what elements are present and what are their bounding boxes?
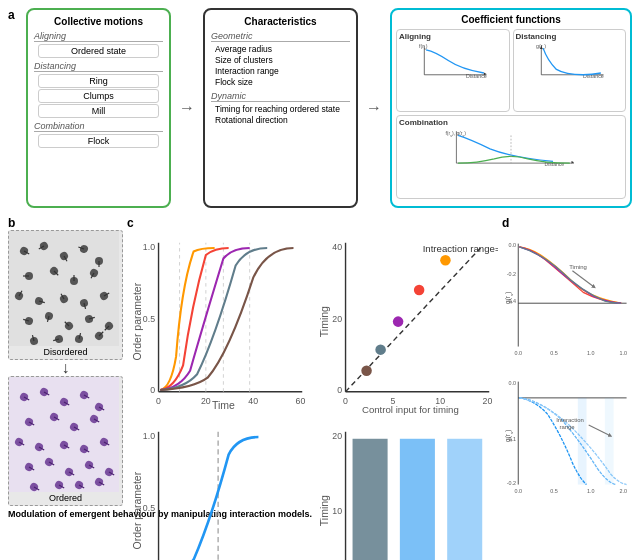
svg-text:0: 0: [343, 396, 348, 406]
svg-text:2.0: 2.0: [620, 488, 628, 494]
char-flock-size: Flock size: [215, 77, 350, 87]
svg-text:60: 60: [296, 396, 306, 406]
disordered-canvas: [9, 231, 119, 346]
svg-rect-98: [605, 398, 614, 485]
svg-text:0.0: 0.0: [509, 380, 517, 386]
motion-item-mill: Mill: [38, 104, 159, 118]
svg-text:0.0: 0.0: [514, 488, 522, 494]
svg-text:5: 5: [390, 396, 395, 406]
panel-c-bottom-row: Order parameter Time 0 0.5 1.0 0 10 20 3…: [127, 422, 498, 560]
svg-text:1.0: 1.0: [143, 242, 155, 252]
motion-item-ring: Ring: [38, 74, 159, 88]
motion-group-combination: Combination Flock: [34, 121, 163, 148]
panel-d-label: d: [502, 216, 632, 230]
combination-chart-label: Combination: [399, 118, 623, 127]
svg-text:Timing: Timing: [318, 495, 330, 526]
panel-c-bottom-right: Timing Interaction range 0 10 20 1.0 1.5…: [314, 422, 498, 560]
timing-bar-chart: Timing Interaction range 0 10 20 1.0 1.5…: [314, 422, 498, 560]
collective-motions-title: Collective motions: [34, 16, 163, 27]
svg-text:-0.4: -0.4: [507, 298, 516, 304]
svg-text:-0.1: -0.1: [507, 436, 516, 442]
panels-bcd: b Disordered ↓ Ordered c: [8, 216, 632, 506]
svg-point-43: [440, 255, 451, 266]
ordered-image: Ordered: [8, 376, 123, 506]
panel-d-bottom: g(rs) 0.0 -0.1 -0.2 0.0 0.5 1.0 2.0: [502, 371, 632, 506]
svg-rect-72: [400, 439, 435, 560]
svg-text:20: 20: [332, 314, 342, 324]
motion-item-ordered-state: Ordered state: [38, 44, 159, 58]
panel-b-label: b: [8, 216, 123, 230]
aligning-chart-cell: Aligning f(rs) Distance: [396, 29, 510, 112]
svg-text:Timing: Timing: [569, 264, 587, 270]
aligning-chart: f(rs) Distance: [399, 41, 507, 81]
motion-group-aligning: Aligning Ordered state: [34, 31, 163, 58]
char-timing: Timing for reaching ordered state: [215, 104, 350, 114]
svg-text:10: 10: [435, 396, 445, 406]
svg-text:Intreaction range=1: Intreaction range=1: [423, 243, 498, 254]
distancing-chart: g(rs) Distance: [516, 41, 624, 81]
panel-b: b Disordered ↓ Ordered: [8, 216, 123, 506]
geometric-label: Geometric: [211, 31, 350, 42]
distancing-chart-cell: Distancing g(rs) Distance: [513, 29, 627, 112]
combination-chart: f(rs), g(rs) Distance: [399, 127, 623, 169]
svg-text:40: 40: [248, 396, 258, 406]
svg-text:0: 0: [150, 385, 155, 395]
panel-a: Collective motions Aligning Ordered stat…: [8, 8, 632, 208]
svg-text:0: 0: [337, 385, 342, 395]
panel-c-top-right: Timing Control input for timing 0 20 40 …: [314, 233, 498, 419]
coefficients-box: Coefficient functions Aligning f(rs) Dis…: [390, 8, 632, 208]
svg-text:Order parameter: Order parameter: [131, 282, 143, 360]
panel-c-top-left: Order parameter Time 0 0.5 1.0 0 20 40 6…: [127, 233, 311, 419]
disordered-label: Disordered: [9, 347, 122, 357]
svg-text:-0.2: -0.2: [507, 271, 516, 277]
characteristics-title: Characteristics: [211, 16, 350, 27]
arrow-2: →: [364, 99, 384, 117]
panel-c: c Order parameter Time 0 0.5: [127, 216, 498, 506]
panel-d-top: g(rs) 0.0 -0.2 -0.4 0.0 0.5 1.0 1.0: [502, 233, 632, 368]
disordered-image: Disordered: [8, 230, 123, 360]
panel-d: d g(rs) 0.0 -0.2 -0.4 0.0 0.5 1.0 1.0: [502, 216, 632, 506]
svg-text:-0.2: -0.2: [507, 480, 516, 486]
svg-text:0.5: 0.5: [550, 488, 558, 494]
ordered-label: Ordered: [9, 493, 122, 503]
panel-c-bottom-left: Order parameter Time 0 0.5 1.0 0 10 20 3…: [127, 422, 311, 560]
char-cluster-size: Size of clusters: [215, 55, 350, 65]
dynamic-label: Dynamic: [211, 91, 350, 102]
char-interaction: Interaction range: [215, 66, 350, 76]
distancing-chart-label: Distancing: [516, 32, 624, 41]
aligning-label: Aligning: [34, 31, 163, 42]
svg-text:Order parameter: Order parameter: [131, 471, 143, 549]
svg-text:40: 40: [332, 242, 342, 252]
main-container: a Collective motions Aligning Ordered st…: [0, 0, 640, 560]
svg-text:Time: Time: [212, 399, 235, 411]
down-arrow: ↓: [8, 360, 123, 376]
svg-text:20: 20: [201, 396, 211, 406]
panel-c-label: c: [127, 216, 498, 230]
svg-text:1.0: 1.0: [587, 488, 595, 494]
svg-rect-97: [578, 398, 587, 485]
svg-text:Distance: Distance: [466, 73, 487, 79]
svg-text:1.0: 1.0: [143, 431, 155, 441]
coefficients-title: Coefficient functions: [396, 14, 626, 25]
panel-c-top-row: Order parameter Time 0 0.5 1.0 0 20 40 6…: [127, 233, 498, 419]
svg-text:1.0: 1.0: [620, 350, 628, 356]
combination-chart-cell: Combination f(rs), g(rs) Distance: [396, 115, 626, 200]
svg-point-45: [393, 316, 404, 327]
motion-group-distancing: Distancing Ring Clumps Mill: [34, 61, 163, 118]
motion-item-clumps: Clumps: [38, 89, 159, 103]
svg-text:0.5: 0.5: [550, 350, 558, 356]
distancing-label: Distancing: [34, 61, 163, 72]
timing-chart-top: Timing Control input for timing 0 20 40 …: [314, 233, 498, 419]
arrow-1: →: [177, 99, 197, 117]
svg-text:Timing: Timing: [318, 306, 330, 337]
svg-text:0.0: 0.0: [514, 350, 522, 356]
svg-rect-73: [447, 439, 482, 560]
characteristics-box: Characteristics Geometric Average radius…: [203, 8, 358, 208]
svg-point-44: [414, 285, 425, 296]
svg-text:1.0: 1.0: [587, 350, 595, 356]
svg-text:0: 0: [156, 396, 161, 406]
svg-point-46: [375, 344, 386, 355]
aligning-chart-label: Aligning: [399, 32, 507, 41]
ordered-canvas: [9, 377, 119, 492]
combination-label: Combination: [34, 121, 163, 132]
